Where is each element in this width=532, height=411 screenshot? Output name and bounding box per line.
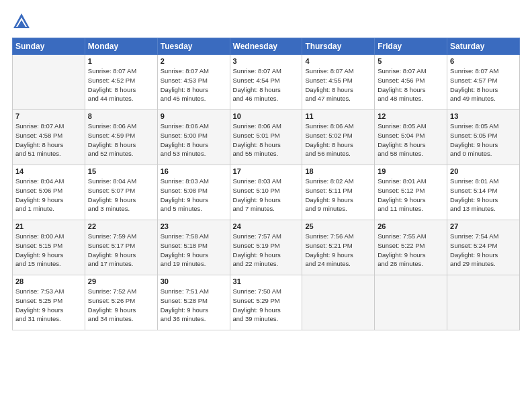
calendar-cell: 1Sunrise: 8:07 AMSunset: 4:52 PMDaylight… <box>85 55 157 110</box>
day-number: 20 <box>450 167 517 175</box>
calendar-cell: 4Sunrise: 8:07 AMSunset: 4:55 PMDaylight… <box>302 55 375 110</box>
calendar-cell: 11Sunrise: 8:06 AMSunset: 5:02 PMDayligh… <box>302 110 375 165</box>
day-info: Sunrise: 7:57 AMSunset: 5:19 PMDaylight:… <box>233 232 300 269</box>
calendar-cell: 12Sunrise: 8:05 AMSunset: 5:04 PMDayligh… <box>375 110 447 165</box>
logo-icon <box>12 12 31 31</box>
day-number: 17 <box>233 167 300 175</box>
calendar-cell: 19Sunrise: 8:01 AMSunset: 5:12 PMDayligh… <box>375 165 447 220</box>
day-number: 12 <box>378 112 444 120</box>
day-number: 1 <box>88 57 154 65</box>
day-number: 18 <box>305 167 371 175</box>
calendar-header: SundayMondayTuesdayWednesdayThursdayFrid… <box>13 38 520 55</box>
calendar-cell: 15Sunrise: 8:04 AMSunset: 5:07 PMDayligh… <box>85 165 157 220</box>
day-number: 5 <box>378 57 444 65</box>
calendar-cell: 7Sunrise: 8:07 AMSunset: 4:58 PMDaylight… <box>13 110 85 165</box>
calendar-cell: 10Sunrise: 8:06 AMSunset: 5:01 PMDayligh… <box>230 110 302 165</box>
day-info: Sunrise: 8:07 AMSunset: 4:52 PMDaylight:… <box>88 66 154 103</box>
day-number: 24 <box>233 222 300 230</box>
day-info: Sunrise: 7:53 AMSunset: 5:25 PMDaylight:… <box>15 287 82 324</box>
day-info: Sunrise: 8:06 AMSunset: 5:01 PMDaylight:… <box>233 122 300 158</box>
day-number: 22 <box>88 222 154 230</box>
calendar-cell: 18Sunrise: 8:02 AMSunset: 5:11 PMDayligh… <box>302 165 375 220</box>
day-info: Sunrise: 8:01 AMSunset: 5:14 PMDaylight:… <box>450 177 517 214</box>
calendar-cell: 8Sunrise: 8:06 AMSunset: 4:59 PMDaylight… <box>85 110 157 165</box>
calendar-week-row: 7Sunrise: 8:07 AMSunset: 4:58 PMDaylight… <box>13 110 520 165</box>
day-info: Sunrise: 8:05 AMSunset: 5:04 PMDaylight:… <box>378 122 444 158</box>
day-number: 3 <box>233 57 300 65</box>
calendar-cell: 6Sunrise: 8:07 AMSunset: 4:57 PMDaylight… <box>447 55 520 110</box>
day-info: Sunrise: 8:07 AMSunset: 4:55 PMDaylight:… <box>305 66 371 103</box>
day-info: Sunrise: 8:07 AMSunset: 4:53 PMDaylight:… <box>161 66 227 103</box>
calendar-table: SundayMondayTuesdayWednesdayThursdayFrid… <box>12 38 520 330</box>
day-number: 16 <box>161 167 227 175</box>
day-info: Sunrise: 8:03 AMSunset: 5:10 PMDaylight:… <box>233 177 300 214</box>
calendar-cell: 14Sunrise: 8:04 AMSunset: 5:06 PMDayligh… <box>13 165 85 220</box>
day-number: 4 <box>305 57 371 65</box>
day-info: Sunrise: 8:04 AMSunset: 5:06 PMDaylight:… <box>15 177 82 214</box>
day-info: Sunrise: 8:06 AMSunset: 4:59 PMDaylight:… <box>88 122 154 158</box>
day-info: Sunrise: 8:04 AMSunset: 5:07 PMDaylight:… <box>88 177 154 214</box>
weekday-header-sunday: Sunday <box>13 38 85 55</box>
header <box>12 12 520 31</box>
day-number: 2 <box>161 57 227 65</box>
calendar-cell: 3Sunrise: 8:07 AMSunset: 4:54 PMDaylight… <box>230 55 302 110</box>
day-info: Sunrise: 8:02 AMSunset: 5:11 PMDaylight:… <box>305 177 371 214</box>
weekday-header-row: SundayMondayTuesdayWednesdayThursdayFrid… <box>13 38 520 55</box>
day-info: Sunrise: 7:50 AMSunset: 5:29 PMDaylight:… <box>233 287 300 324</box>
day-info: Sunrise: 8:07 AMSunset: 4:57 PMDaylight:… <box>450 66 517 103</box>
day-number: 23 <box>161 222 227 230</box>
calendar-cell: 13Sunrise: 8:05 AMSunset: 5:05 PMDayligh… <box>447 110 520 165</box>
day-number: 11 <box>305 112 371 120</box>
calendar-cell: 2Sunrise: 8:07 AMSunset: 4:53 PMDaylight… <box>157 55 230 110</box>
day-number: 30 <box>161 277 227 285</box>
calendar-cell: 16Sunrise: 8:03 AMSunset: 5:08 PMDayligh… <box>157 165 230 220</box>
calendar-week-row: 14Sunrise: 8:04 AMSunset: 5:06 PMDayligh… <box>13 165 520 220</box>
day-info: Sunrise: 8:00 AMSunset: 5:15 PMDaylight:… <box>15 232 82 269</box>
calendar-cell: 22Sunrise: 7:59 AMSunset: 5:17 PMDayligh… <box>85 220 157 275</box>
calendar-cell: 26Sunrise: 7:55 AMSunset: 5:22 PMDayligh… <box>375 220 447 275</box>
day-info: Sunrise: 8:05 AMSunset: 5:05 PMDaylight:… <box>450 122 517 158</box>
weekday-header-wednesday: Wednesday <box>230 38 302 55</box>
logo <box>12 12 34 31</box>
day-info: Sunrise: 8:01 AMSunset: 5:12 PMDaylight:… <box>378 177 444 214</box>
day-info: Sunrise: 8:06 AMSunset: 5:02 PMDaylight:… <box>305 122 371 158</box>
calendar-week-row: 21Sunrise: 8:00 AMSunset: 5:15 PMDayligh… <box>13 220 520 275</box>
day-info: Sunrise: 7:55 AMSunset: 5:22 PMDaylight:… <box>378 232 444 269</box>
day-number: 27 <box>450 222 517 230</box>
calendar-cell: 29Sunrise: 7:52 AMSunset: 5:26 PMDayligh… <box>85 275 157 330</box>
calendar-week-row: 28Sunrise: 7:53 AMSunset: 5:25 PMDayligh… <box>13 275 520 330</box>
day-info: Sunrise: 7:58 AMSunset: 5:18 PMDaylight:… <box>161 232 227 269</box>
calendar-cell: 31Sunrise: 7:50 AMSunset: 5:29 PMDayligh… <box>230 275 302 330</box>
day-info: Sunrise: 8:07 AMSunset: 4:54 PMDaylight:… <box>233 66 300 103</box>
calendar-cell: 25Sunrise: 7:56 AMSunset: 5:21 PMDayligh… <box>302 220 375 275</box>
day-number: 9 <box>161 112 227 120</box>
calendar-cell: 17Sunrise: 8:03 AMSunset: 5:10 PMDayligh… <box>230 165 302 220</box>
calendar-cell: 23Sunrise: 7:58 AMSunset: 5:18 PMDayligh… <box>157 220 230 275</box>
calendar-cell: 28Sunrise: 7:53 AMSunset: 5:25 PMDayligh… <box>13 275 85 330</box>
calendar-cell: 5Sunrise: 8:07 AMSunset: 4:56 PMDaylight… <box>375 55 447 110</box>
weekday-header-tuesday: Tuesday <box>157 38 230 55</box>
calendar-cell <box>375 275 447 330</box>
page: SundayMondayTuesdayWednesdayThursdayFrid… <box>0 0 532 411</box>
calendar-cell: 21Sunrise: 8:00 AMSunset: 5:15 PMDayligh… <box>13 220 85 275</box>
calendar-week-row: 1Sunrise: 8:07 AMSunset: 4:52 PMDaylight… <box>13 55 520 110</box>
calendar-cell <box>447 275 520 330</box>
calendar-body: 1Sunrise: 8:07 AMSunset: 4:52 PMDaylight… <box>13 55 520 330</box>
calendar-cell: 20Sunrise: 8:01 AMSunset: 5:14 PMDayligh… <box>447 165 520 220</box>
weekday-header-friday: Friday <box>375 38 447 55</box>
day-info: Sunrise: 8:07 AMSunset: 4:58 PMDaylight:… <box>15 122 82 158</box>
day-number: 25 <box>305 222 371 230</box>
day-number: 15 <box>88 167 154 175</box>
day-info: Sunrise: 7:51 AMSunset: 5:28 PMDaylight:… <box>161 287 227 324</box>
day-info: Sunrise: 8:03 AMSunset: 5:08 PMDaylight:… <box>161 177 227 214</box>
calendar-cell: 24Sunrise: 7:57 AMSunset: 5:19 PMDayligh… <box>230 220 302 275</box>
day-number: 28 <box>15 277 82 285</box>
calendar-cell <box>302 275 375 330</box>
weekday-header-monday: Monday <box>85 38 157 55</box>
calendar-cell: 30Sunrise: 7:51 AMSunset: 5:28 PMDayligh… <box>157 275 230 330</box>
calendar-cell: 27Sunrise: 7:54 AMSunset: 5:24 PMDayligh… <box>447 220 520 275</box>
day-number: 6 <box>450 57 517 65</box>
day-info: Sunrise: 8:07 AMSunset: 4:56 PMDaylight:… <box>378 66 444 103</box>
day-info: Sunrise: 8:06 AMSunset: 5:00 PMDaylight:… <box>161 122 227 158</box>
day-number: 13 <box>450 112 517 120</box>
